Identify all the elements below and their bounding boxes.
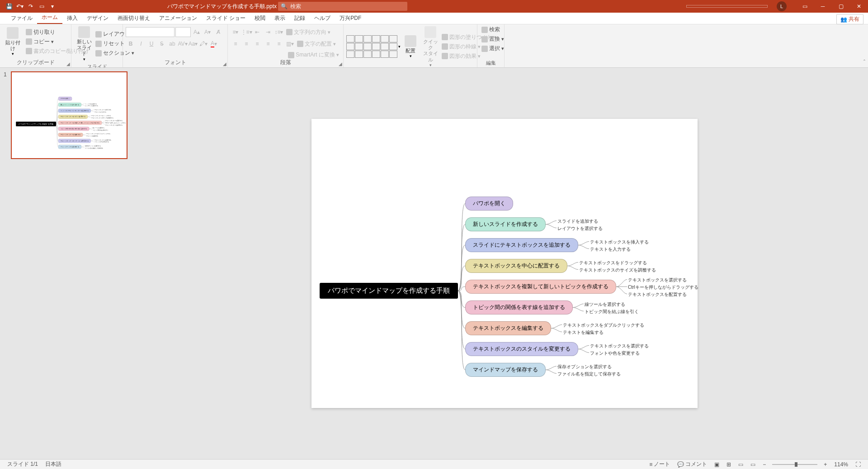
slide-indicator[interactable]: スライド 1/1 — [4, 460, 42, 469]
decrease-indent-button[interactable]: ⇤ — [252, 27, 262, 37]
mindmap-sub-4-1[interactable]: Ctrlキーを押しながらドラッグする — [628, 284, 698, 291]
tab-home[interactable]: ホーム — [37, 12, 62, 24]
clear-formatting-icon[interactable]: A̸ — [213, 27, 223, 37]
columns-button[interactable]: ▥▾ — [285, 39, 295, 49]
font-color-button[interactable]: A▾ — [209, 39, 219, 49]
zoom-slider[interactable] — [772, 464, 817, 465]
increase-font-icon[interactable]: A▴ — [192, 27, 202, 37]
mindmap-node-8[interactable]: マインドマップを保存する — [465, 363, 546, 377]
tab-help[interactable]: ヘルプ — [310, 13, 335, 24]
tab-recording[interactable]: 記録 — [290, 13, 310, 24]
mindmap-sub-4-0[interactable]: テキストボックスを選択する — [105, 120, 123, 122]
mindmap-sub-2-1[interactable]: テキストを入力する — [590, 246, 631, 253]
mindmap-sub-4-2[interactable]: テキストボックスを配置する — [105, 124, 123, 126]
mindmap-node-6[interactable]: テキストボックスを編集する — [465, 321, 551, 335]
ribbon-options-icon[interactable]: ▭ — [796, 0, 814, 13]
reading-view-icon[interactable]: ▭ — [735, 460, 747, 469]
normal-view-icon[interactable]: ▣ — [711, 460, 723, 469]
zoom-in-button[interactable]: + — [820, 460, 830, 469]
mindmap-node-5[interactable]: トピック間の関係を表す線を追加する — [58, 127, 90, 131]
tab-insert[interactable]: 挿入 — [62, 13, 82, 24]
mindmap-node-0[interactable]: パワポを開く — [58, 97, 72, 101]
mindmap-node-3[interactable]: テキストボックスを中心に配置する — [465, 259, 567, 273]
mindmap-sub-8-0[interactable]: 保存オプションを選択する — [85, 145, 101, 147]
mindmap-sub-5-1[interactable]: トピック間を結ぶ線を引く — [585, 309, 639, 315]
collapse-ribbon-icon[interactable]: ˆ — [863, 59, 865, 66]
minimize-button[interactable]: ─ — [814, 0, 832, 13]
select-button[interactable]: 選択 ▾ — [480, 44, 505, 53]
clipboard-dialog-launcher[interactable]: ◢ — [66, 61, 70, 66]
new-slide-button[interactable]: 新しい スライド▾ — [74, 25, 94, 62]
slide-thumbnail-panel[interactable]: 1 パワポでマインドマップを作成する手順パワポを開く新しいスライドを作成するスラ… — [0, 68, 141, 459]
mindmap-sub-1-0[interactable]: スライドを追加する — [557, 218, 598, 225]
justify-button[interactable]: ≡ — [263, 39, 273, 49]
maximize-button[interactable]: ▢ — [832, 0, 850, 13]
strikethrough-button[interactable]: S̶ — [157, 39, 167, 49]
mindmap-sub-3-0[interactable]: テキストボックスをドラッグする — [91, 115, 111, 117]
shape-gallery[interactable] — [346, 35, 397, 58]
redo-icon[interactable]: ↷ — [26, 2, 35, 11]
mindmap-sub-6-0[interactable]: テキストボックスをダブルクリックする — [86, 133, 110, 135]
bullets-button[interactable]: ≡▾ — [231, 27, 241, 37]
mindmap-sub-5-0[interactable]: 線ツールを選択する — [93, 127, 104, 129]
mindmap-sub-1-1[interactable]: レイアウトを選択する — [557, 225, 603, 232]
language-indicator[interactable]: 日本語 — [42, 460, 65, 469]
tab-slideshow[interactable]: スライド ショー — [202, 13, 250, 24]
mindmap-sub-6-1[interactable]: テキストを編集する — [563, 329, 604, 336]
mindmap-sub-8-0[interactable]: 保存オプションを選択する — [557, 364, 612, 370]
zoom-out-button[interactable]: − — [759, 460, 769, 469]
paragraph-dialog-launcher[interactable]: ◢ — [339, 61, 342, 66]
tab-pdf[interactable]: 万兴PDF — [335, 13, 366, 24]
mindmap-sub-5-0[interactable]: 線ツールを選択する — [585, 301, 625, 308]
mindmap-node-3[interactable]: テキストボックスを中心に配置する — [58, 115, 88, 119]
slideshow-from-start-icon[interactable]: ▭ — [37, 2, 46, 11]
close-button[interactable]: ✕ — [850, 0, 868, 13]
mindmap-sub-7-0[interactable]: テキストボックスを選択する — [94, 139, 112, 141]
mindmap-node-4[interactable]: テキストボックスを複製して新しいトピックを作成する — [58, 121, 102, 125]
notes-button[interactable]: ≡ノート — [646, 460, 674, 469]
save-icon[interactable]: 💾 — [5, 2, 14, 11]
find-button[interactable]: 検索 — [480, 25, 501, 34]
mindmap-sub-5-1[interactable]: トピック間を結ぶ線を引く — [93, 129, 108, 131]
mindmap-sub-4-2[interactable]: テキストボックスを配置する — [628, 291, 687, 298]
bold-button[interactable]: B — [126, 39, 136, 49]
search-box[interactable]: 🔍 検索 — [278, 2, 407, 11]
comments-button[interactable]: 💬コメント — [674, 460, 711, 469]
slide-canvas[interactable]: パワポでマインドマップを作成する手順パワポを開く新しいスライドを作成するスライド… — [311, 119, 698, 408]
line-spacing-button[interactable]: ↕≡▾ — [274, 27, 284, 37]
mindmap-root[interactable]: パワポでマインドマップを作成する手順 — [320, 283, 458, 299]
align-center-button[interactable]: ≡ — [241, 39, 251, 49]
mindmap-sub-8-1[interactable]: ファイル名を指定して保存する — [557, 371, 621, 377]
mindmap-sub-2-0[interactable]: テキストボックスを挿入する — [590, 239, 649, 245]
mindmap-sub-1-0[interactable]: スライドを追加する — [85, 103, 97, 105]
slideshow-view-icon[interactable]: ▭ — [747, 460, 759, 469]
mindmap-sub-3-1[interactable]: テキストボックスのサイズを調整する — [91, 117, 113, 119]
mindmap-node-1[interactable]: 新しいスライドを作成する — [58, 103, 82, 107]
font-size-combo[interactable] — [175, 27, 191, 37]
smartart-button[interactable]: SmartArt に変換 ▾ — [287, 51, 340, 59]
mindmap-node-2[interactable]: スライドにテキストボックスを追加する — [465, 238, 578, 252]
highlight-button[interactable]: 🖍▾ — [198, 39, 208, 49]
quick-styles-button[interactable]: クイック スタイル▾ — [420, 25, 440, 68]
align-text-button[interactable]: 文字の配置 ▾ — [296, 39, 337, 49]
mindmap-sub-1-1[interactable]: レイアウトを選択する — [85, 105, 98, 107]
mindmap-sub-6-1[interactable]: テキストを編集する — [86, 135, 98, 137]
mindmap-node-6[interactable]: テキストボックスを編集する — [58, 133, 83, 137]
mindmap-node-8[interactable]: マインドマップを保存する — [58, 145, 82, 149]
share-button[interactable]: 👥共有 — [836, 14, 863, 24]
mindmap-node-2[interactable]: スライドにテキストボックスを追加する — [58, 109, 91, 113]
mindmap-sub-2-0[interactable]: テキストボックスを挿入する — [94, 109, 112, 111]
mindmap-node-0[interactable]: パワポを開く — [465, 197, 513, 211]
slide-thumbnail-1[interactable]: パワポでマインドマップを作成する手順パワポを開く新しいスライドを作成するスライド… — [11, 71, 127, 159]
zoom-value[interactable]: 114% — [830, 460, 852, 469]
mindmap-node-5[interactable]: トピック間の関係を表す線を追加する — [465, 300, 573, 314]
font-dialog-launcher[interactable]: ◢ — [223, 61, 226, 66]
mindmap-sub-7-1[interactable]: フォントや色を変更する — [94, 141, 109, 143]
mindmap-sub-4-1[interactable]: Ctrlキーを押しながらドラッグする — [105, 122, 126, 124]
replace-button[interactable]: 置換 ▾ — [480, 35, 505, 43]
char-spacing-button[interactable]: AV▾ — [178, 39, 188, 49]
increase-indent-button[interactable]: ⇥ — [263, 27, 273, 37]
mindmap-sub-3-0[interactable]: テキストボックスをドラッグする — [579, 260, 647, 266]
mindmap-sub-7-0[interactable]: テキストボックスを選択する — [590, 343, 649, 349]
mindmap-sub-8-1[interactable]: ファイル名を指定して保存する — [85, 147, 104, 149]
